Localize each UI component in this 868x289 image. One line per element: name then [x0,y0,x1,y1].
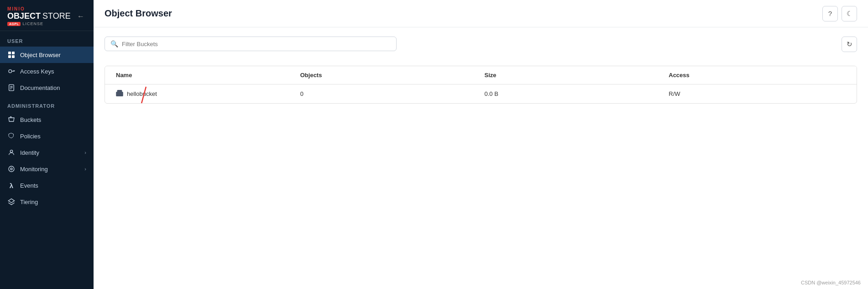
sidebar-item-object-browser[interactable]: Object Browser [0,47,94,63]
user-section-label: User [0,31,94,47]
logo-title: OBJECT STORE [7,11,71,21]
content-area: 🔍 ↻ Name Objects Size Access [94,27,868,289]
grid-icon [7,51,16,59]
svg-rect-1 [12,52,15,54]
sidebar-item-access-keys[interactable]: Access Keys [0,63,94,79]
column-name: Name [112,66,297,84]
sidebar-item-buckets[interactable]: Buckets [0,111,94,128]
page-header: Object Browser ? ☾ [94,0,868,27]
chevron-down-icon: › [84,166,86,172]
person-icon [7,148,16,157]
cell-size: 0.0 B [481,84,665,103]
page-title: Object Browser [105,8,172,19]
svg-point-12 [10,150,12,152]
svg-rect-3 [12,55,15,58]
cell-name: hellobucket [112,84,297,103]
sidebar-item-label: Tiering [20,199,38,205]
svg-rect-0 [8,52,11,54]
logo: MINIO OBJECT STORE AGPL LICENSE [7,6,71,26]
svg-point-13 [9,166,14,172]
sidebar-item-identity[interactable]: Identity › [0,144,94,161]
sidebar-item-label: Monitoring [20,166,48,173]
bucket-icon [116,90,123,98]
doc-icon [7,84,16,92]
svg-rect-17 [117,90,122,92]
sidebar-item-label: Access Keys [20,68,54,75]
key-icon [7,67,16,75]
table-header: Name Objects Size Access [105,66,857,84]
cell-objects: 0 [297,84,481,103]
main-content: Object Browser ? ☾ 🔍 ↻ Name Objects Size… [94,0,868,289]
svg-marker-15 [8,199,14,203]
sidebar-item-label: Object Browser [20,52,61,58]
table-row[interactable]: hellobucket 0 0.0 B R/W [105,84,857,103]
search-bar[interactable]: 🔍 [105,37,397,51]
sidebar-item-label: Policies [20,133,41,140]
svg-point-14 [10,168,12,170]
bucket-icon [7,116,16,124]
collapse-button[interactable]: ← [75,11,86,22]
logo-badge: AGPL [7,22,21,26]
logo-store-text: STORE [42,11,71,21]
sidebar-item-events[interactable]: λ Events [0,177,94,194]
column-size: Size [481,66,665,84]
theme-toggle-button[interactable]: ☾ [842,6,857,21]
sidebar-item-label: Documentation [20,84,60,91]
search-input[interactable] [122,41,391,47]
cell-access: R/W [665,84,849,103]
logo-minio-text: MINIO [7,6,71,11]
admin-section-label: Administrator [0,96,94,111]
sidebar-item-policies[interactable]: Policies [0,128,94,144]
sidebar-item-monitoring[interactable]: Monitoring › [0,161,94,177]
logo-object-text: OBJECT [7,11,41,21]
column-access: Access [665,66,849,84]
sidebar: MINIO OBJECT STORE AGPL LICENSE ← User O… [0,0,94,289]
buckets-table: Name Objects Size Access hellobucket 0 0… [105,66,857,104]
svg-point-4 [9,70,12,73]
help-button[interactable]: ? [822,6,838,21]
header-actions: ? ☾ [822,6,857,21]
sidebar-item-label: Buckets [20,116,41,123]
content-wrapper: 🔍 ↻ Name Objects Size Access [105,37,857,104]
lambda-icon: λ [7,181,16,189]
column-objects: Objects [297,66,481,84]
footer-credit: CSDN @weixin_45972546 [801,280,861,285]
logo-area: MINIO OBJECT STORE AGPL LICENSE ← [0,0,94,31]
sidebar-item-label: Events [20,182,38,189]
sidebar-item-label: Identity [20,149,39,156]
search-icon: 🔍 [110,40,118,47]
shield-icon [7,132,16,140]
svg-rect-2 [8,55,11,58]
chart-icon [7,165,16,173]
refresh-button[interactable]: ↻ [842,37,857,52]
chevron-down-icon: › [84,150,86,155]
top-row: 🔍 ↻ [105,37,857,58]
sidebar-item-tiering[interactable]: Tiering [0,194,94,210]
sidebar-item-documentation[interactable]: Documentation [0,79,94,96]
logo-license: LICENSE [22,21,43,26]
layers-icon [7,198,16,206]
